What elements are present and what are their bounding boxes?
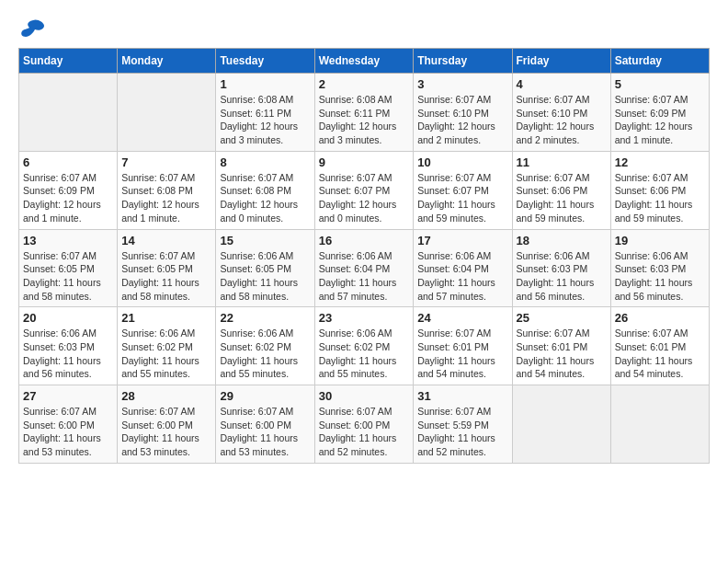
day-info: Sunrise: 6:08 AMSunset: 6:11 PMDaylight:… (220, 93, 310, 147)
logo-bird-icon (20, 18, 46, 39)
day-info: Sunrise: 6:06 AMSunset: 6:05 PMDaylight:… (220, 249, 310, 304)
calendar-cell (610, 385, 709, 464)
day-number: 16 (319, 234, 410, 247)
calendar-cell (118, 74, 216, 152)
day-number: 14 (121, 234, 211, 247)
calendar-table: SundayMondayTuesdayWednesdayThursdayFrid… (18, 48, 710, 464)
day-info: Sunrise: 6:07 AMSunset: 6:08 PMDaylight:… (121, 171, 211, 225)
day-number: 1 (220, 77, 310, 91)
day-info: Sunrise: 6:07 AMSunset: 6:10 PMDaylight:… (517, 93, 607, 147)
calendar-cell: 30Sunrise: 6:07 AMSunset: 6:00 PMDayligh… (314, 385, 414, 464)
calendar-cell: 19Sunrise: 6:06 AMSunset: 6:03 PMDayligh… (610, 229, 709, 307)
day-info: Sunrise: 6:06 AMSunset: 6:02 PMDaylight:… (220, 327, 310, 381)
day-info: Sunrise: 6:07 AMSunset: 6:10 PMDaylight:… (417, 93, 507, 147)
day-info: Sunrise: 6:07 AMSunset: 6:06 PMDaylight:… (517, 171, 607, 225)
day-number: 7 (121, 155, 211, 169)
weekday-header-thursday: Thursday (414, 49, 512, 74)
day-number: 31 (417, 389, 507, 403)
day-info: Sunrise: 6:07 AMSunset: 6:05 PMDaylight:… (121, 249, 211, 304)
calendar-cell (512, 385, 610, 464)
calendar-cell (19, 74, 118, 152)
day-number: 11 (517, 155, 607, 169)
day-number: 4 (517, 77, 607, 91)
calendar-cell: 7Sunrise: 6:07 AMSunset: 6:08 PMDaylight… (118, 151, 216, 229)
day-info: Sunrise: 6:07 AMSunset: 6:00 PMDaylight:… (319, 405, 410, 459)
day-info: Sunrise: 6:07 AMSunset: 6:01 PMDaylight:… (417, 327, 507, 381)
calendar-cell: 26Sunrise: 6:07 AMSunset: 6:01 PMDayligh… (610, 307, 709, 385)
calendar-cell: 1Sunrise: 6:08 AMSunset: 6:11 PMDaylight… (216, 74, 314, 152)
day-info: Sunrise: 6:07 AMSunset: 6:00 PMDaylight:… (23, 405, 113, 459)
day-info: Sunrise: 6:07 AMSunset: 6:09 PMDaylight:… (23, 171, 113, 225)
calendar-cell: 2Sunrise: 6:08 AMSunset: 6:11 PMDaylight… (314, 74, 414, 152)
weekday-header-monday: Monday (118, 49, 216, 74)
day-info: Sunrise: 6:06 AMSunset: 6:03 PMDaylight:… (615, 249, 705, 304)
calendar-cell: 17Sunrise: 6:06 AMSunset: 6:04 PMDayligh… (414, 229, 512, 307)
day-info: Sunrise: 6:08 AMSunset: 6:11 PMDaylight:… (319, 93, 410, 147)
day-info: Sunrise: 6:07 AMSunset: 6:09 PMDaylight:… (615, 93, 705, 147)
calendar-cell: 11Sunrise: 6:07 AMSunset: 6:06 PMDayligh… (512, 151, 610, 229)
calendar-cell: 29Sunrise: 6:07 AMSunset: 6:00 PMDayligh… (216, 385, 314, 464)
day-number: 19 (615, 234, 705, 247)
calendar-cell: 21Sunrise: 6:06 AMSunset: 6:02 PMDayligh… (118, 307, 216, 385)
day-info: Sunrise: 6:06 AMSunset: 6:04 PMDaylight:… (319, 249, 410, 304)
calendar-cell: 23Sunrise: 6:06 AMSunset: 6:02 PMDayligh… (314, 307, 414, 385)
day-info: Sunrise: 6:07 AMSunset: 6:08 PMDaylight:… (220, 171, 310, 225)
day-number: 3 (417, 77, 507, 91)
calendar-cell: 18Sunrise: 6:06 AMSunset: 6:03 PMDayligh… (512, 229, 610, 307)
day-number: 21 (121, 311, 211, 325)
day-number: 20 (23, 311, 113, 325)
calendar-cell: 9Sunrise: 6:07 AMSunset: 6:07 PMDaylight… (314, 151, 414, 229)
day-info: Sunrise: 6:06 AMSunset: 6:03 PMDaylight:… (23, 327, 113, 381)
day-number: 27 (23, 389, 113, 403)
day-number: 2 (319, 77, 410, 91)
day-info: Sunrise: 6:07 AMSunset: 6:07 PMDaylight:… (417, 171, 507, 225)
day-info: Sunrise: 6:07 AMSunset: 6:00 PMDaylight:… (220, 405, 310, 459)
day-info: Sunrise: 6:06 AMSunset: 6:03 PMDaylight:… (517, 249, 607, 304)
calendar-cell: 10Sunrise: 6:07 AMSunset: 6:07 PMDayligh… (414, 151, 512, 229)
day-number: 26 (615, 311, 705, 325)
calendar-cell: 14Sunrise: 6:07 AMSunset: 6:05 PMDayligh… (118, 229, 216, 307)
day-number: 10 (417, 155, 507, 169)
calendar-cell: 15Sunrise: 6:06 AMSunset: 6:05 PMDayligh… (216, 229, 314, 307)
day-info: Sunrise: 6:06 AMSunset: 6:04 PMDaylight:… (417, 249, 507, 304)
day-number: 15 (220, 234, 310, 247)
calendar-cell: 22Sunrise: 6:06 AMSunset: 6:02 PMDayligh… (216, 307, 314, 385)
calendar-cell: 5Sunrise: 6:07 AMSunset: 6:09 PMDaylight… (610, 74, 709, 152)
day-info: Sunrise: 6:07 AMSunset: 6:00 PMDaylight:… (121, 405, 211, 459)
calendar-cell: 6Sunrise: 6:07 AMSunset: 6:09 PMDaylight… (19, 151, 118, 229)
day-number: 29 (220, 389, 310, 403)
day-info: Sunrise: 6:07 AMSunset: 6:01 PMDaylight:… (517, 327, 607, 381)
day-info: Sunrise: 6:07 AMSunset: 6:01 PMDaylight:… (615, 327, 705, 381)
day-number: 6 (23, 155, 113, 169)
weekday-header-sunday: Sunday (19, 49, 118, 74)
day-number: 30 (319, 389, 410, 403)
calendar-cell: 24Sunrise: 6:07 AMSunset: 6:01 PMDayligh… (414, 307, 512, 385)
day-number: 24 (417, 311, 507, 325)
calendar-cell: 13Sunrise: 6:07 AMSunset: 6:05 PMDayligh… (19, 229, 118, 307)
day-info: Sunrise: 6:07 AMSunset: 6:07 PMDaylight:… (319, 171, 410, 225)
day-number: 25 (517, 311, 607, 325)
day-info: Sunrise: 6:06 AMSunset: 6:02 PMDaylight:… (121, 327, 211, 381)
day-info: Sunrise: 6:06 AMSunset: 6:02 PMDaylight:… (319, 327, 410, 381)
day-number: 8 (220, 155, 310, 169)
day-info: Sunrise: 6:07 AMSunset: 6:06 PMDaylight:… (615, 171, 705, 225)
weekday-header-wednesday: Wednesday (314, 49, 414, 74)
day-number: 13 (23, 234, 113, 247)
day-number: 9 (319, 155, 410, 169)
calendar-cell: 3Sunrise: 6:07 AMSunset: 6:10 PMDaylight… (414, 74, 512, 152)
calendar-cell: 20Sunrise: 6:06 AMSunset: 6:03 PMDayligh… (19, 307, 118, 385)
calendar-cell: 25Sunrise: 6:07 AMSunset: 6:01 PMDayligh… (512, 307, 610, 385)
calendar-cell: 12Sunrise: 6:07 AMSunset: 6:06 PMDayligh… (610, 151, 709, 229)
calendar-cell: 8Sunrise: 6:07 AMSunset: 6:08 PMDaylight… (216, 151, 314, 229)
day-number: 23 (319, 311, 410, 325)
calendar-cell: 31Sunrise: 6:07 AMSunset: 5:59 PMDayligh… (414, 385, 512, 464)
weekday-header-tuesday: Tuesday (216, 49, 314, 74)
day-number: 18 (517, 234, 607, 247)
day-info: Sunrise: 6:07 AMSunset: 6:05 PMDaylight:… (23, 249, 113, 304)
calendar-cell: 27Sunrise: 6:07 AMSunset: 6:00 PMDayligh… (19, 385, 118, 464)
day-number: 17 (417, 234, 507, 247)
logo (18, 18, 46, 39)
calendar-cell: 16Sunrise: 6:06 AMSunset: 6:04 PMDayligh… (314, 229, 414, 307)
day-number: 22 (220, 311, 310, 325)
day-info: Sunrise: 6:07 AMSunset: 5:59 PMDaylight:… (417, 405, 507, 459)
